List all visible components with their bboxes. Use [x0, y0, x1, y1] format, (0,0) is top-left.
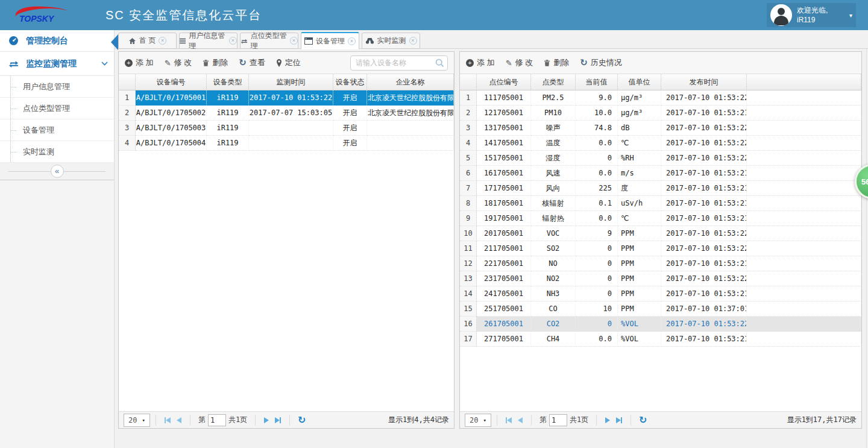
- user-menu-caret-icon[interactable]: ▾: [849, 12, 852, 19]
- sidebar-item-point-type[interactable]: 点位类型管理: [0, 98, 114, 119]
- table-cell: 风向: [531, 181, 576, 196]
- table-cell: 湿度: [531, 151, 576, 166]
- column-header[interactable]: 值单位: [618, 74, 661, 90]
- table-cell: 温度: [531, 136, 576, 151]
- column-header[interactable]: 点类型: [531, 74, 576, 90]
- table-cell: 噪声: [531, 121, 576, 136]
- row-number: 5: [460, 151, 477, 166]
- locate-button[interactable]: 定位: [276, 57, 301, 68]
- page-number-input[interactable]: [208, 414, 226, 426]
- last-page-button[interactable]: [275, 417, 281, 423]
- edit-button[interactable]: ✎修 改: [506, 57, 533, 68]
- add-button[interactable]: +添 加: [466, 57, 495, 68]
- table-header-row: 设备编号 设备类型 监测时间 设备状态 企业名称: [119, 74, 454, 90]
- last-page-button[interactable]: [616, 417, 622, 423]
- close-tab-icon[interactable]: ×: [159, 37, 166, 45]
- table-row[interactable]: 7171705001风向225度2017-07-10 01:53:21: [460, 181, 861, 196]
- column-header[interactable]: 设备状态: [333, 74, 367, 90]
- table-row[interactable]: 3131705001噪声74.8dB2017-07-10 01:53:22: [460, 121, 861, 136]
- table-row[interactable]: 1A/BJLT/0/1705001iR1192017-07-10 01:53:2…: [119, 90, 454, 106]
- window-icon: [304, 37, 313, 45]
- table-row[interactable]: 6161705001风速0.0m/s2017-07-10 01:53:21: [460, 166, 861, 181]
- table-row[interactable]: 17271705001CH40.0%VOL2017-07-10 01:53:21: [460, 332, 861, 347]
- next-page-button[interactable]: [264, 417, 269, 423]
- column-header[interactable]: 监测时间: [249, 74, 333, 90]
- table-row[interactable]: 9191705001辐射热0.0℃2017-07-10 01:53:21: [460, 211, 861, 226]
- table-row[interactable]: 2121705001PM1010.0μg/m³2017-07-10 01:53:…: [460, 106, 861, 121]
- column-header[interactable]: 发布时间: [661, 74, 747, 90]
- tab-realtime[interactable]: 实时监测 ×: [362, 33, 420, 49]
- column-header[interactable]: 点位编号: [477, 74, 531, 90]
- view-button[interactable]: ↻查看: [239, 57, 265, 68]
- table-row[interactable]: 13231705001NO20PPM2017-07-10 01:53:22: [460, 271, 861, 286]
- close-tab-icon[interactable]: ×: [229, 37, 237, 45]
- table-row[interactable]: 16261705001CO20%VOL2017-07-10 01:53:22: [460, 317, 861, 332]
- table-row[interactable]: 15251705001CO10PPM2017-07-10 01:37:01: [460, 301, 861, 317]
- delete-button[interactable]: 删除: [544, 57, 569, 68]
- table-cell: iR119: [207, 136, 249, 151]
- table-row[interactable]: 11211705001SO20PPM2017-07-10 01:53:22: [460, 241, 861, 256]
- row-number: 3: [119, 121, 136, 136]
- column-header[interactable]: 企业名称: [367, 74, 454, 90]
- table-row[interactable]: 10201705001VOC9PPM2017-07-10 01:53:22: [460, 226, 861, 241]
- sidebar-item-user-info[interactable]: 用户信息管理: [0, 76, 114, 98]
- table-row[interactable]: 8181705001核辐射0.1uSv/h2017-07-10 01:53:21: [460, 196, 861, 211]
- table-cell: CO: [531, 301, 576, 317]
- column-header[interactable]: 当前值: [576, 74, 618, 90]
- next-page-button[interactable]: [605, 417, 610, 423]
- table-cell: dB: [618, 121, 661, 136]
- sidebar-item-realtime[interactable]: 实时监测: [0, 141, 114, 163]
- table-cell: 2017-07-10 01:53:22: [661, 271, 747, 286]
- table-row[interactable]: 12221705001NO0PPM2017-07-10 01:53:21: [460, 256, 861, 271]
- history-button[interactable]: ↻历史情况: [580, 57, 622, 68]
- row-number: 16: [460, 317, 477, 332]
- first-page-button[interactable]: [506, 417, 512, 423]
- reload-icon[interactable]: ↻: [639, 414, 647, 426]
- sidebar-group-monitoring[interactable]: 监控监测管理: [0, 52, 114, 76]
- column-header[interactable]: 设备类型: [207, 74, 249, 90]
- table-row[interactable]: 1111705001PM2.59.0μg/m³2017-07-10 01:53:…: [460, 90, 861, 106]
- table-row[interactable]: 4141705001温度0.0℃2017-07-10 01:53:22: [460, 136, 861, 151]
- edit-button[interactable]: ✎修 改: [165, 57, 192, 68]
- page-number-input[interactable]: [549, 414, 567, 426]
- table-cell: μg/m³: [618, 90, 661, 106]
- add-button[interactable]: +添 加: [125, 57, 154, 68]
- table-cell: 0.1: [576, 196, 618, 211]
- chevron-down-icon[interactable]: [101, 62, 108, 66]
- prev-page-button[interactable]: [177, 417, 181, 423]
- close-tab-icon[interactable]: ×: [348, 37, 356, 45]
- tab-point-type[interactable]: 点位类型管理 ×: [240, 33, 298, 49]
- tab-user-info[interactable]: 用户信息管理 ×: [179, 33, 237, 49]
- user-avatar-icon: [770, 4, 792, 26]
- table-row[interactable]: 2A/BJLT/0/1705002iR1192017-07-07 15:03:0…: [119, 106, 454, 121]
- tab-home[interactable]: 首 页 ×: [118, 33, 177, 49]
- table-row[interactable]: 14241705001NH30PPM2017-07-10 01:53:21: [460, 286, 861, 301]
- column-header[interactable]: 设备编号: [136, 74, 207, 90]
- table-row[interactable]: 5151705001湿度0%RH2017-07-10 01:53:22: [460, 151, 861, 166]
- search-icon[interactable]: [435, 58, 444, 68]
- delete-button[interactable]: 删除: [203, 57, 228, 68]
- first-page-button[interactable]: [165, 417, 171, 423]
- page-size-select[interactable]: 20▾: [465, 414, 491, 427]
- sidebar-group-console[interactable]: 管理控制台: [0, 30, 114, 52]
- tab-device-mgmt[interactable]: 设备管理 ×: [301, 32, 359, 49]
- close-tab-icon[interactable]: ×: [409, 37, 417, 45]
- caret-down-icon: ▾: [142, 417, 145, 423]
- table-row[interactable]: 4A/BJLT/0/1705004iR119开启: [119, 136, 454, 151]
- table-row[interactable]: 3A/BJLT/0/1705003iR119开启: [119, 121, 454, 136]
- collapse-sidebar-button[interactable]: «: [51, 165, 64, 178]
- prev-page-button[interactable]: [518, 417, 523, 423]
- table-cell: [249, 121, 333, 136]
- table-cell: PPM: [618, 241, 661, 256]
- page-size-select[interactable]: 20▾: [124, 414, 150, 427]
- close-tab-icon[interactable]: ×: [290, 37, 298, 45]
- sidebar-item-device-mgmt[interactable]: 设备管理: [0, 119, 114, 141]
- reload-icon[interactable]: ↻: [298, 414, 306, 426]
- filler-cell: [747, 121, 861, 136]
- sidebar-collapse-row: «: [0, 163, 114, 180]
- user-menu[interactable]: 欢迎光临, iR119 ▾: [767, 3, 856, 27]
- table-cell: 241705001: [477, 286, 531, 301]
- table-cell: 0.0: [576, 166, 618, 181]
- table-cell: 191705001: [477, 211, 531, 226]
- search-input[interactable]: [350, 55, 448, 71]
